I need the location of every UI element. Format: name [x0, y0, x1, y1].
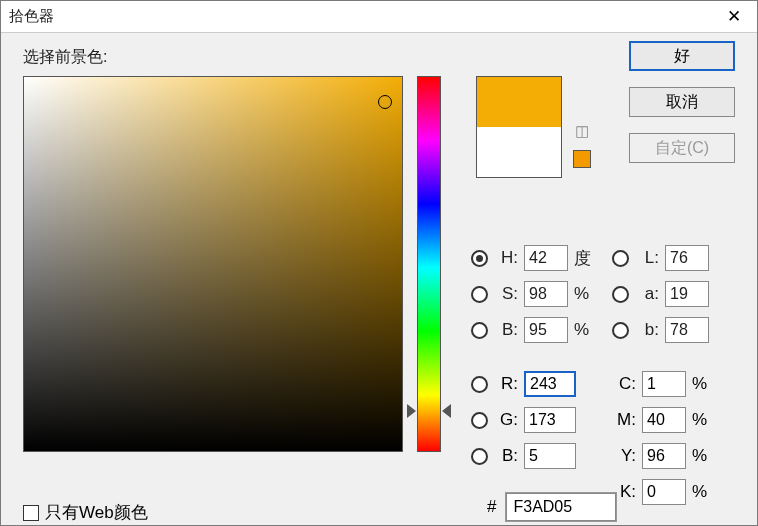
a-input[interactable]: 19 — [665, 281, 709, 307]
blab-radio[interactable] — [612, 322, 629, 339]
r-input[interactable]: 243 — [524, 371, 576, 397]
m-field: M: 40 % — [612, 407, 710, 433]
l-field: L: 76 — [612, 245, 709, 271]
ok-button[interactable]: 好 — [629, 41, 735, 71]
s-radio[interactable] — [471, 286, 488, 303]
m-input[interactable]: 40 — [642, 407, 686, 433]
window-title: 拾色器 — [1, 7, 711, 26]
s-field: S: 98 % — [471, 281, 592, 307]
bhsb-field: B: 95 % — [471, 317, 592, 343]
h-input[interactable]: 42 — [524, 245, 568, 271]
cancel-button[interactable]: 取消 — [629, 87, 735, 117]
blab-field: b: 78 — [612, 317, 709, 343]
l-input[interactable]: 76 — [665, 245, 709, 271]
color-swatches — [476, 76, 562, 178]
hue-slider[interactable] — [417, 76, 441, 452]
g-input[interactable]: 173 — [524, 407, 576, 433]
brgb-input[interactable]: 5 — [524, 443, 576, 469]
bfield-rgb: B: 5 — [471, 443, 576, 469]
hue-bar[interactable] — [417, 76, 441, 452]
hue-arrow-right-icon — [442, 404, 451, 418]
h-field: H: 42 度 — [471, 245, 592, 271]
y-field: Y: 96 % — [612, 443, 710, 469]
bhsb-radio[interactable] — [471, 322, 488, 339]
k-input[interactable]: 0 — [642, 479, 686, 505]
s-input[interactable]: 98 — [524, 281, 568, 307]
a-field: a: 19 — [612, 281, 709, 307]
websafe-swatch[interactable] — [573, 150, 591, 168]
titlebar: 拾色器 ✕ — [1, 1, 757, 33]
a-radio[interactable] — [612, 286, 629, 303]
bhsb-input[interactable]: 95 — [524, 317, 568, 343]
hue-arrow-left-icon — [407, 404, 416, 418]
hex-label: # — [487, 497, 496, 517]
g-radio[interactable] — [471, 412, 488, 429]
blab-input[interactable]: 78 — [665, 317, 709, 343]
l-radio[interactable] — [612, 250, 629, 267]
c-input[interactable]: 1 — [642, 371, 686, 397]
new-color-swatch[interactable] — [477, 77, 561, 127]
hex-input[interactable]: F3AD05 — [506, 493, 616, 521]
sv-cursor-icon — [378, 95, 392, 109]
k-field: K: 0 % — [612, 479, 710, 505]
web-only-checkbox[interactable] — [23, 505, 39, 521]
close-icon[interactable]: ✕ — [711, 1, 757, 32]
g-field: G: 173 — [471, 407, 576, 433]
r-field: R: 243 — [471, 371, 576, 397]
h-radio[interactable] — [471, 250, 488, 267]
custom-button: 自定(C) — [629, 133, 735, 163]
y-input[interactable]: 96 — [642, 443, 686, 469]
current-color-swatch[interactable] — [477, 127, 561, 177]
brgb-radio[interactable] — [471, 448, 488, 465]
c-field: C: 1 % — [612, 371, 710, 397]
color-picker-dialog: 拾色器 ✕ 选择前景色: ◫ 好 — [0, 0, 758, 526]
saturation-value-field[interactable] — [23, 76, 403, 452]
r-radio[interactable] — [471, 376, 488, 393]
web-only-label: 只有Web颜色 — [45, 501, 148, 524]
cube-icon[interactable]: ◫ — [573, 122, 591, 140]
